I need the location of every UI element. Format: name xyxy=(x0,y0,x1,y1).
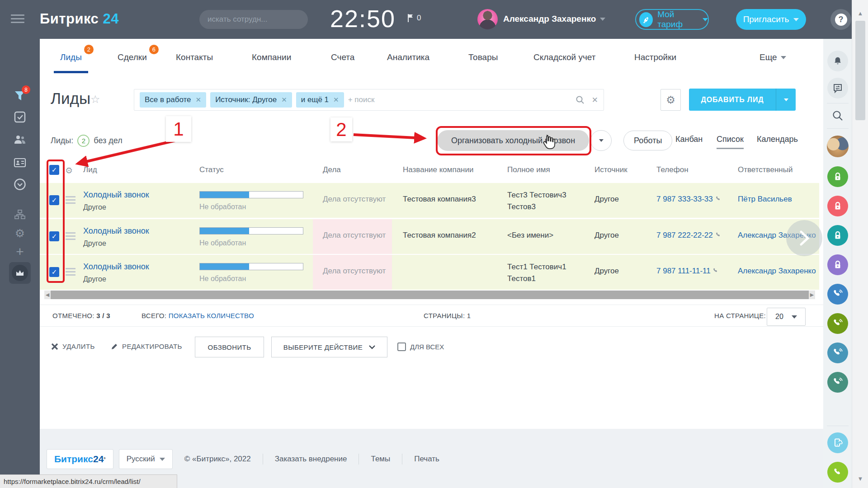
scrollbar-thumb[interactable] xyxy=(855,21,865,120)
column-header-responsible[interactable]: Ответственный xyxy=(738,165,793,174)
scrollbar-thumb[interactable] xyxy=(51,291,809,299)
time-display[interactable]: 22:50 xyxy=(330,5,396,33)
tab-settings[interactable]: Настройки xyxy=(634,52,676,62)
lock-red-button[interactable] xyxy=(827,195,849,217)
phone-olive-button[interactable] xyxy=(827,313,849,334)
search-icon[interactable] xyxy=(576,95,585,104)
lock-green-button[interactable] xyxy=(827,166,849,188)
filter-chip[interactable]: и ещё 1✕ xyxy=(296,92,344,108)
clear-filter-icon[interactable]: ✕ xyxy=(592,95,598,105)
lead-name-link[interactable]: Холодный звонок xyxy=(83,262,149,272)
notifications-flag[interactable]: 0 xyxy=(407,14,421,23)
sidebar-item-tasks[interactable] xyxy=(0,111,40,123)
tab-more[interactable]: Еще xyxy=(760,52,786,62)
column-header-status[interactable]: Статус xyxy=(199,165,224,174)
chat-button[interactable] xyxy=(827,77,849,99)
tab-products[interactable]: Товары xyxy=(468,52,498,62)
add-lead-dropdown[interactable] xyxy=(776,89,796,111)
column-header-lead[interactable]: Лид xyxy=(83,165,97,174)
mobile-app-button[interactable] xyxy=(827,432,849,454)
filter-chip[interactable]: Источник: Другое✕ xyxy=(210,92,292,108)
tab-deals[interactable]: Сделки 6 xyxy=(118,52,147,62)
employee-search[interactable] xyxy=(199,10,308,29)
table-row[interactable]: ✓ Холодный звонок Другое Не обработан Де… xyxy=(40,219,819,254)
language-select[interactable]: Русский xyxy=(119,449,173,469)
scroll-down-arrow[interactable]: ▼ xyxy=(852,475,868,482)
add-lead-button[interactable]: ДОБАВИТЬ ЛИД xyxy=(689,89,796,111)
tab-leads[interactable]: Лиды 2 xyxy=(60,52,82,62)
column-header-source[interactable]: Источник xyxy=(594,165,627,174)
drag-handle-icon[interactable] xyxy=(66,268,75,277)
window-scrollbar[interactable]: ▲ ▼ xyxy=(852,0,868,488)
edit-button[interactable]: РЕДАКТИРОВАТЬ xyxy=(111,343,182,350)
scroll-up-arrow[interactable]: ▲ xyxy=(852,10,868,17)
sidebar-item-marketplace[interactable] xyxy=(0,262,40,284)
app-logo[interactable]: Битрикс 24 xyxy=(40,11,119,27)
footer-link-implementation[interactable]: Заказать внедрение xyxy=(275,455,347,464)
lock-teal-button[interactable] xyxy=(827,225,849,246)
phone-blue-button[interactable] xyxy=(827,283,849,305)
drag-handle-icon[interactable] xyxy=(66,232,75,242)
sidebar-item-settings[interactable]: ⚙ xyxy=(0,228,40,239)
invite-button[interactable]: Пригласить xyxy=(736,9,806,30)
phone-link[interactable]: 7 987 111-11-11 xyxy=(656,267,719,276)
lock-purple-button[interactable] xyxy=(827,254,849,276)
drag-handle-icon[interactable] xyxy=(66,196,75,206)
sidebar-item-structure[interactable] xyxy=(0,210,40,220)
column-header-company[interactable]: Название компании xyxy=(403,165,474,174)
grid-settings-button[interactable]: ⚙ xyxy=(660,89,681,111)
filter-search-bar[interactable]: Все в работе✕ Источник: Другое✕ и ещё 1✕… xyxy=(134,89,604,111)
row-checkbox[interactable]: ✓ xyxy=(49,267,59,277)
apply-to-all-checkbox[interactable]: ДЛЯ ВСЕХ xyxy=(397,343,444,351)
delete-button[interactable]: УДАЛИТЬ xyxy=(51,343,95,350)
lead-name-link[interactable]: Холодный звонок xyxy=(83,190,149,200)
responsible-link[interactable]: Пётр Васильев xyxy=(738,195,817,204)
tab-warehouse[interactable]: Складской учет xyxy=(533,52,596,62)
next-page-arrow[interactable] xyxy=(786,220,822,256)
column-header-phone[interactable]: Телефон xyxy=(656,165,689,174)
employee-search-input[interactable] xyxy=(208,15,307,24)
row-checkbox[interactable]: ✓ xyxy=(49,195,59,205)
select-all-checkbox[interactable]: ✓ xyxy=(49,165,59,175)
scroll-left-arrow[interactable]: ◀ xyxy=(44,292,51,298)
phone-teal-button[interactable] xyxy=(827,342,849,364)
close-icon[interactable]: ✕ xyxy=(196,96,202,104)
sidebar-item-crm[interactable]: 8 xyxy=(0,89,40,102)
phone-darkteal-button[interactable] xyxy=(827,371,849,393)
tab-contacts[interactable]: Контакты xyxy=(176,52,213,62)
sidebar-item-add[interactable]: + xyxy=(0,245,40,258)
phone-link[interactable]: 7 987 222-22-22 xyxy=(656,231,722,240)
footer-link-themes[interactable]: Темы xyxy=(371,455,390,464)
robots-button[interactable]: Роботы xyxy=(623,131,672,150)
notifications-button[interactable] xyxy=(827,50,849,72)
responsible-link[interactable]: Александр Захаренко xyxy=(738,267,817,276)
lead-name-link[interactable]: Холодный звонок xyxy=(83,226,149,236)
gear-icon[interactable]: ⚙ xyxy=(65,165,73,176)
table-row[interactable]: ✓ Холодный звонок Другое Не обработан Де… xyxy=(40,183,819,218)
tab-invoices[interactable]: Счета xyxy=(331,52,354,62)
phone-link[interactable]: 7 987 333-33-33 xyxy=(656,195,722,204)
user-avatar[interactable] xyxy=(477,9,498,29)
call-button[interactable]: ОБЗВОНИТЬ xyxy=(195,337,264,357)
search-button[interactable] xyxy=(827,105,849,127)
page-size-select[interactable]: 20 xyxy=(767,308,806,326)
cold-call-button[interactable]: Организовать холодный прозвон xyxy=(437,130,589,151)
cold-call-dropdown[interactable] xyxy=(590,130,612,151)
table-row[interactable]: ✓ Холодный звонок Другое Не обработан Де… xyxy=(40,255,819,290)
filter-search-input[interactable] xyxy=(348,95,571,104)
sidebar-item-employees[interactable] xyxy=(0,134,40,145)
user-menu[interactable]: Александр Захаренко xyxy=(503,14,605,24)
view-list[interactable]: Список xyxy=(717,135,744,149)
my-plan-button[interactable]: Мой тариф xyxy=(635,9,709,30)
footer-logo-button[interactable]: Битрикс24° xyxy=(47,449,113,469)
favorite-star-icon[interactable]: ☆ xyxy=(90,93,100,106)
table-horizontal-scrollbar[interactable]: ◀ ▶ xyxy=(44,291,815,299)
row-checkbox[interactable]: ✓ xyxy=(49,231,59,241)
team-avatar[interactable] xyxy=(827,136,849,157)
sidebar-item-timeline[interactable] xyxy=(0,178,40,191)
choose-action-select[interactable]: ВЫБЕРИТЕ ДЕЙСТВИЕ xyxy=(271,337,387,357)
sidebar-item-contacts[interactable] xyxy=(0,157,40,168)
view-kanban[interactable]: Канбан xyxy=(675,135,703,144)
tab-companies[interactable]: Компании xyxy=(252,52,291,62)
footer-link-print[interactable]: Печать xyxy=(414,455,439,464)
